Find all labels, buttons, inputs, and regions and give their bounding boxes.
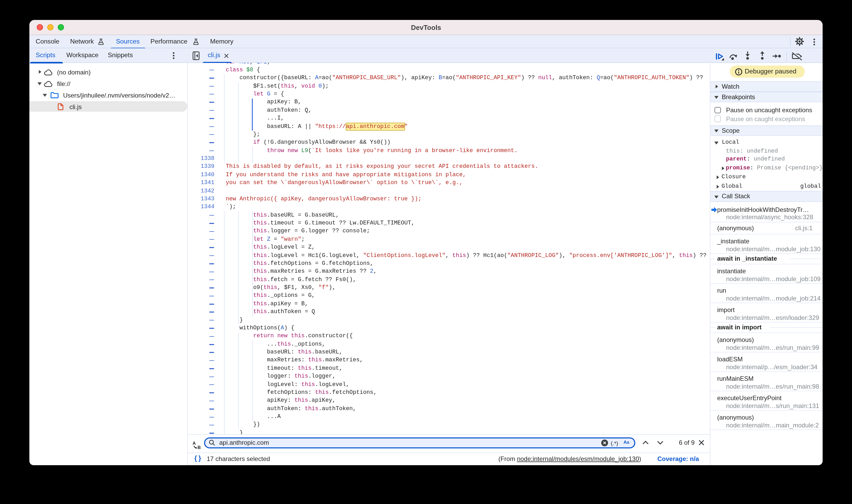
svg-text:B: B	[197, 445, 201, 449]
svg-text:A: A	[193, 441, 196, 446]
